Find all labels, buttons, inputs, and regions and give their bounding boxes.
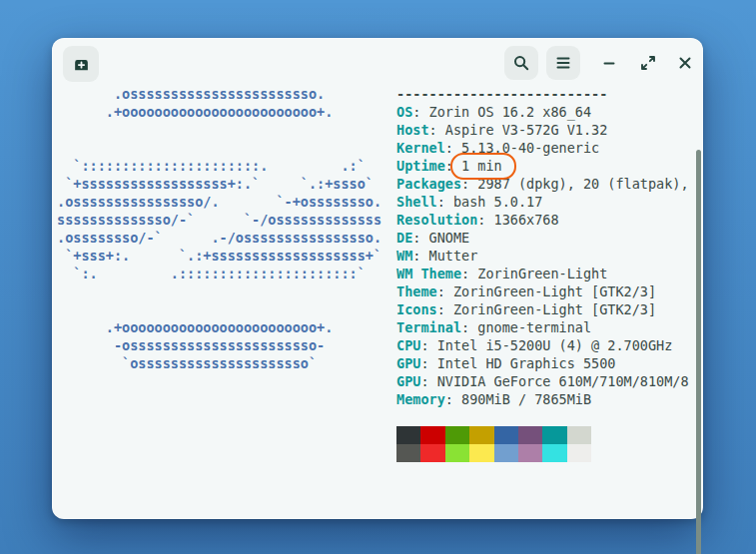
info-value: : ZorinGreen-Light xyxy=(461,266,607,281)
palette-swatch xyxy=(469,444,493,462)
info-label: OS xyxy=(396,104,412,120)
neofetch-separator: -------------------------- xyxy=(396,85,689,103)
ascii-art-zorin-logo: .osssssssssssssssssssssso. .+ooooooooooo… xyxy=(57,85,381,372)
new-tab-button[interactable] xyxy=(63,46,99,82)
info-label: GPU xyxy=(396,355,420,371)
info-label: Host xyxy=(396,122,429,138)
info-label: Icons xyxy=(396,301,437,317)
menu-button[interactable] xyxy=(546,46,580,80)
info-row: DE: GNOME xyxy=(396,229,689,247)
info-row: WM: Mutter xyxy=(396,247,689,265)
palette-swatch xyxy=(420,426,444,444)
info-row: Host: Aspire V3-572G V1.32 xyxy=(396,121,689,139)
info-row: Theme: ZorinGreen-Light [GTK2/3] xyxy=(396,282,689,300)
maximize-button[interactable] xyxy=(634,49,662,77)
info-label: Memory xyxy=(396,391,445,407)
info-row: WM Theme: ZorinGreen-Light xyxy=(396,265,689,282)
info-row: CPU: Intel i5-5200U (4) @ 2.700GHz xyxy=(396,336,689,354)
info-label: WM xyxy=(396,248,412,264)
palette-swatch xyxy=(494,444,518,462)
new-tab-icon xyxy=(72,55,91,74)
palette-swatch xyxy=(494,426,518,444)
palette-swatch xyxy=(445,444,469,462)
info-label: GPU xyxy=(396,373,420,389)
palette-row-normal xyxy=(396,426,591,444)
info-label: Shell xyxy=(396,194,437,210)
info-value: : ZorinGreen-Light [GTK2/3] xyxy=(437,283,656,299)
info-value: : gnome-terminal xyxy=(461,319,591,335)
info-label: Uptime xyxy=(396,158,445,174)
close-icon xyxy=(676,54,694,72)
palette-swatch xyxy=(567,444,591,462)
info-value: : Zorin OS 16.2 x86_64 xyxy=(412,104,591,120)
info-row: GPU: NVIDIA GeForce 610M/710M/810M/8 xyxy=(396,372,689,390)
minimize-button[interactable] xyxy=(595,49,623,77)
scrollbar-thumb[interactable] xyxy=(696,150,701,554)
close-button[interactable] xyxy=(671,49,699,77)
terminal-content[interactable]: .osssssssssssssssssssssso. .+ooooooooooo… xyxy=(53,85,702,518)
palette-swatch xyxy=(542,444,566,462)
info-value: : 890MiB / 7865MiB xyxy=(445,391,591,407)
info-row: OS: Zorin OS 16.2 x86_64 xyxy=(396,103,689,121)
info-label: Packages xyxy=(396,176,461,192)
info-value: : 1366x768 xyxy=(477,212,558,228)
hamburger-menu-icon xyxy=(554,54,572,72)
info-row: Shell: bash 5.0.17 xyxy=(396,193,689,211)
info-value: : bash 5.0.17 xyxy=(437,194,543,210)
terminal-headerbar[interactable] xyxy=(53,39,702,85)
palette-swatch xyxy=(420,444,444,462)
info-label: Theme xyxy=(396,283,437,299)
info-row: Kernel: 5.13.0-40-generic xyxy=(396,139,689,157)
palette-swatch xyxy=(542,426,566,444)
info-row: Terminal: gnome-terminal xyxy=(396,318,689,336)
palette-swatch xyxy=(396,444,420,462)
info-row: Resolution: 1366x768 xyxy=(396,211,689,229)
neofetch-info-column: -------------------------- OS: Zorin OS … xyxy=(396,85,689,462)
terminal-window: .osssssssssssssssssssssso. .+ooooooooooo… xyxy=(52,38,703,519)
info-label: DE xyxy=(396,230,412,246)
info-value: : Intel i5-5200U (4) @ 2.700GHz xyxy=(420,337,672,353)
info-row: Packages: 2987 (dpkg), 20 (flatpak), xyxy=(396,175,689,193)
palette-swatch xyxy=(518,444,542,462)
palette-swatch xyxy=(396,426,420,444)
info-label: Resolution xyxy=(396,212,477,228)
info-row: GPU: Intel HD Graphics 5500 xyxy=(396,354,689,372)
neofetch-info-rows: OS: Zorin OS 16.2 x86_64Host: Aspire V3-… xyxy=(396,103,689,408)
search-button[interactable] xyxy=(504,46,538,80)
info-label: CPU xyxy=(396,337,420,353)
palette-swatch xyxy=(518,426,542,444)
uptime-annotation-highlight xyxy=(450,153,516,180)
info-value: : Mutter xyxy=(412,248,477,264)
search-icon xyxy=(512,54,530,72)
info-value: : NVIDIA GeForce 610M/710M/810M/8 xyxy=(420,373,688,389)
minimize-icon xyxy=(600,54,618,72)
maximize-icon xyxy=(639,54,657,72)
info-row: Uptime: 1 min xyxy=(396,157,689,175)
info-value: : ZorinGreen-Light [GTK2/3] xyxy=(437,301,656,317)
palette-swatch xyxy=(469,426,493,444)
palette-swatch xyxy=(567,426,591,444)
palette-swatch xyxy=(445,426,469,444)
info-row: Memory: 890MiB / 7865MiB xyxy=(396,390,689,408)
palette-row-bright xyxy=(396,444,591,462)
info-row: Icons: ZorinGreen-Light [GTK2/3] xyxy=(396,300,689,318)
info-value: : Aspire V3-572G V1.32 xyxy=(429,122,608,138)
terminal-color-palette xyxy=(396,426,591,462)
info-label: Kernel xyxy=(396,140,445,156)
info-value: : GNOME xyxy=(412,230,469,246)
info-value: : Intel HD Graphics 5500 xyxy=(420,355,615,371)
info-label: Terminal xyxy=(396,319,461,335)
info-label: WM Theme xyxy=(396,266,461,281)
